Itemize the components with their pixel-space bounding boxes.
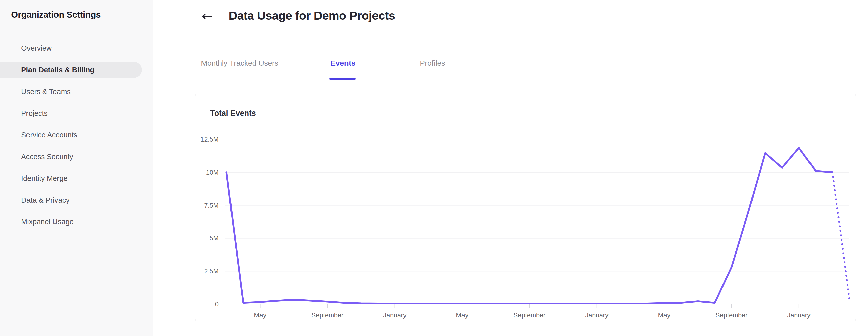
x-axis-label: September — [715, 311, 748, 319]
sidebar: Organization Settings OverviewPlan Detai… — [0, 0, 153, 336]
sidebar-item-label: Plan Details & Billing — [21, 66, 94, 74]
x-axis-label: September — [514, 311, 546, 319]
y-axis-label: 12.5M — [200, 135, 219, 143]
x-axis-label: May — [254, 311, 266, 319]
sidebar-item-label: Overview — [21, 44, 52, 53]
sidebar-item-users-teams[interactable]: Users & Teams — [0, 81, 153, 102]
sidebar-title: Organization Settings — [11, 9, 101, 20]
projection-dotted-line — [832, 172, 849, 300]
sidebar-item-label: Mixpanel Usage — [21, 218, 74, 226]
sidebar-item-mixpanel-usage[interactable]: Mixpanel Usage — [0, 211, 153, 233]
line-chart-canvas: 12.5M10M7.5M5M2.5M0MaySeptemberJanuaryMa… — [195, 133, 856, 321]
sidebar-item-plan-details-billing[interactable]: Plan Details & Billing — [0, 59, 153, 81]
sidebar-item-label: Data & Privacy — [21, 196, 70, 204]
sidebar-item-label: Users & Teams — [21, 88, 71, 96]
card-header: Total Events — [195, 94, 856, 132]
x-axis-label: January — [787, 311, 811, 319]
tab-profiles[interactable]: Profiles — [420, 59, 445, 67]
y-axis-label: 0 — [215, 300, 219, 308]
card-title: Total Events — [210, 109, 256, 118]
sidebar-item-overview[interactable]: Overview — [0, 37, 153, 59]
x-axis-label: January — [383, 311, 406, 319]
y-axis-label: 5M — [210, 234, 219, 242]
tab-divider — [195, 80, 856, 80]
page: Organization Settings OverviewPlan Detai… — [0, 0, 868, 336]
tab-monthly-tracked-users[interactable]: Monthly Tracked Users — [201, 59, 278, 67]
total-events-line — [226, 148, 832, 303]
x-axis-label: May — [456, 311, 468, 319]
x-axis-label: September — [311, 311, 344, 319]
sidebar-item-service-accounts[interactable]: Service Accounts — [0, 124, 153, 146]
sidebar-item-label: Projects — [21, 109, 48, 118]
y-axis-label: 2.5M — [204, 267, 219, 275]
sidebar-item-access-security[interactable]: Access Security — [0, 146, 153, 167]
x-axis-label: January — [585, 311, 609, 319]
y-axis-label: 10M — [206, 169, 219, 176]
total-events-chart: 12.5M10M7.5M5M2.5M0MaySeptemberJanuaryMa… — [195, 133, 856, 321]
sidebar-item-data-privacy[interactable]: Data & Privacy — [0, 189, 153, 211]
sidebar-item-label: Access Security — [21, 153, 73, 161]
back-button[interactable]: ← — [198, 7, 216, 25]
sidebar-item-identity-merge[interactable]: Identity Merge — [0, 167, 153, 189]
sidebar-item-projects[interactable]: Projects — [0, 102, 153, 124]
sidebar-item-label: Identity Merge — [21, 174, 68, 183]
sidebar-item-label: Service Accounts — [21, 131, 77, 139]
x-axis-label: May — [658, 311, 670, 319]
page-title: Data Usage for Demo Projects — [229, 8, 395, 23]
back-arrow-icon: ← — [202, 8, 213, 24]
total-events-card: Total Events 12.5M10M7.5M5M2.5M0MaySepte… — [195, 94, 856, 322]
sidebar-nav: OverviewPlan Details & BillingUsers & Te… — [0, 37, 153, 233]
y-axis-label: 7.5M — [204, 202, 219, 209]
tab-events[interactable]: Events — [331, 59, 355, 67]
